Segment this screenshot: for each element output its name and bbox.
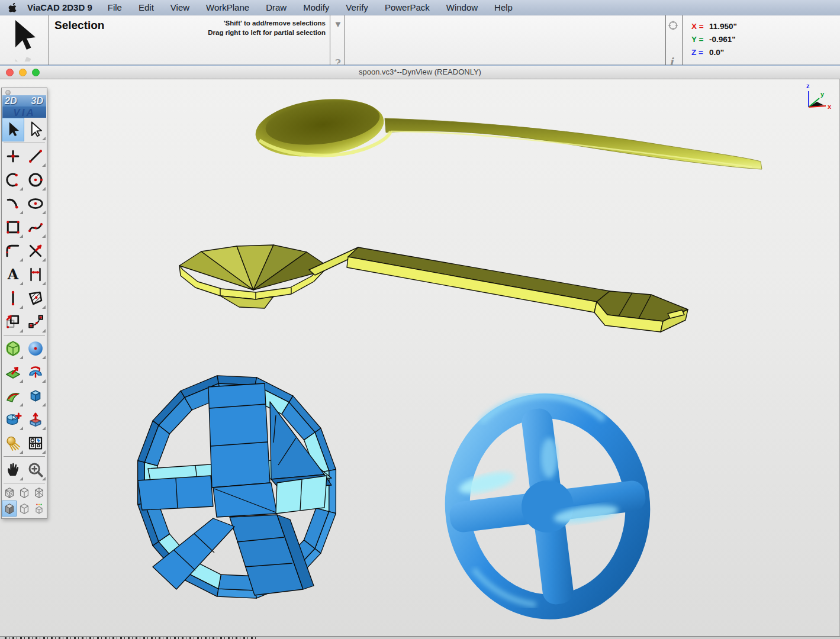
axis-z-label: z [806, 82, 810, 89]
tool-trim-button[interactable] [24, 239, 47, 263]
toolbar-divider [330, 15, 330, 65]
axis-triad: z y x [806, 82, 832, 110]
menu-item-file[interactable]: File [108, 2, 122, 12]
palette-row [2, 239, 47, 263]
toolbar-divider [49, 15, 49, 65]
menu-item-workplane[interactable]: WorkPlane [206, 2, 249, 12]
palette-row [2, 501, 47, 517]
toolbar-divider [682, 15, 683, 65]
tool-extrude-button[interactable] [2, 360, 24, 384]
tool-spline-button[interactable] [24, 215, 47, 239]
tool-select-filled-button[interactable] [2, 118, 24, 141]
tool-pan-button[interactable] [2, 458, 24, 482]
tool-select-outline-button[interactable] [24, 118, 47, 141]
tool-arc-button[interactable] [2, 168, 24, 192]
tool-palette: 2D 3D VIA A [1, 88, 47, 519]
palette-separator [4, 456, 45, 457]
palette-row [2, 215, 47, 239]
faceted-spoon-model[interactable] [179, 245, 688, 332]
tool-ellipse-button[interactable] [24, 192, 47, 215]
tool-sweep-button[interactable] [2, 384, 24, 408]
coord-z-label: Z = [691, 46, 709, 59]
menu-item-draw[interactable]: Draw [266, 2, 287, 12]
tool-line-button[interactable] [24, 144, 47, 168]
tool-polysphere-button[interactable] [2, 337, 24, 360]
palette-row [2, 458, 47, 482]
palette-row [2, 310, 47, 334]
palette-row [2, 168, 47, 192]
tool-point-button[interactable] [2, 144, 24, 168]
menu-item-help[interactable]: Help [494, 2, 513, 12]
tool-options-bar: Selection 'Shift' to add/remove selectio… [0, 15, 840, 65]
palette-row [2, 485, 47, 501]
menu-item-window[interactable]: Window [446, 2, 478, 12]
faceted-wheel-model[interactable] [138, 376, 336, 598]
tool-zoom-button[interactable] [24, 458, 47, 482]
palette-close-dot[interactable] [5, 90, 11, 95]
menu-item-verify[interactable]: Verify [346, 2, 368, 12]
coordinate-readout: X =11.950" Y =-0.961" Z =0.0" [691, 20, 737, 59]
palette-row [2, 384, 47, 408]
menu-items: FileEditViewWorkPlaneDrawModifyVerifyPow… [108, 2, 529, 12]
menu-item-edit[interactable]: Edit [139, 2, 154, 12]
apple-logo-icon [8, 3, 17, 12]
palette-row [2, 408, 47, 431]
menu-item-powerpack[interactable]: PowerPack [385, 2, 430, 12]
tool-title: Selection [54, 19, 104, 32]
menu-item-view[interactable]: View [170, 2, 189, 12]
tool-hatch-button[interactable] [24, 286, 47, 310]
tool-hint-line2: Drag right to left for partial selection [142, 28, 326, 37]
smooth-spoon-model[interactable] [252, 92, 762, 169]
tool-boolean-button[interactable] [2, 408, 24, 431]
palette-row [2, 144, 47, 168]
app-name-menu[interactable]: ViaCAD 2D3D 9 [27, 2, 92, 12]
tool-options-dropdown[interactable]: ▼ [332, 19, 344, 29]
tool-wirecube-diag-button[interactable] [2, 485, 17, 501]
tool-wirecube-button[interactable] [17, 485, 31, 501]
tool-curve-button[interactable] [2, 192, 24, 215]
snap-target-icon[interactable] [668, 20, 678, 33]
toggle-3d[interactable]: 3D [31, 96, 43, 106]
palette-row [2, 360, 47, 384]
model-viewport: z y x [0, 79, 840, 636]
tool-revolve-button[interactable] [24, 360, 47, 384]
tool-fillet-button[interactable] [2, 239, 24, 263]
menu-bar: ViaCAD 2D3D 9 FileEditViewWorkPlaneDrawM… [0, 0, 840, 15]
tool-cube-button[interactable] [24, 384, 47, 408]
toggle-2d[interactable]: 2D [5, 96, 17, 106]
tool-viewport-button[interactable] [24, 431, 47, 455]
tool-rectangle-button[interactable] [2, 215, 24, 239]
toolbar-divider [345, 15, 345, 65]
tool-render-button[interactable] [2, 431, 24, 455]
menu-item-modify[interactable]: Modify [303, 2, 329, 12]
palette-row [2, 118, 47, 141]
palette-row: A [2, 263, 47, 286]
tool-curve-edit-button[interactable] [24, 310, 47, 334]
toolbar-divider [665, 15, 666, 65]
apple-menu[interactable] [8, 3, 17, 12]
svg-text:A: A [7, 266, 19, 283]
window-title-bar[interactable]: spoon.vc3*--DynView (READONLY) [0, 65, 840, 79]
axis-y-label: y [820, 91, 825, 98]
tool-shadedcube-button[interactable] [2, 501, 17, 517]
palette-separator [4, 483, 45, 483]
tool-transform-button[interactable] [2, 310, 24, 334]
tool-hint-line1: 'Shift' to add/remove selections [142, 18, 326, 28]
tool-text-button[interactable]: A [2, 263, 24, 286]
coord-x-value: 11.950" [709, 22, 737, 31]
smooth-wheel-model[interactable] [438, 395, 658, 618]
coord-y-value: -0.961" [709, 35, 736, 44]
tool-sphere-button[interactable] [24, 337, 47, 360]
via-2d3d-toggle[interactable]: 2D 3D VIA [2, 95, 46, 118]
tool-draft-button[interactable] [24, 408, 47, 431]
palette-separator [4, 335, 45, 335]
tool-centerline-button[interactable] [2, 286, 24, 310]
tool-wirecube2-button[interactable] [17, 501, 31, 517]
tool-dimension-button[interactable] [24, 263, 47, 286]
tool-minicube-dots-button[interactable] [32, 501, 47, 517]
tool-wirecube-axes-button[interactable] [32, 485, 47, 501]
palette-handle[interactable] [2, 88, 47, 95]
palette-row [2, 286, 47, 310]
drawing-canvas[interactable]: z y x 2D 3D VIA A [0, 79, 840, 636]
tool-circle-button[interactable] [24, 168, 47, 192]
